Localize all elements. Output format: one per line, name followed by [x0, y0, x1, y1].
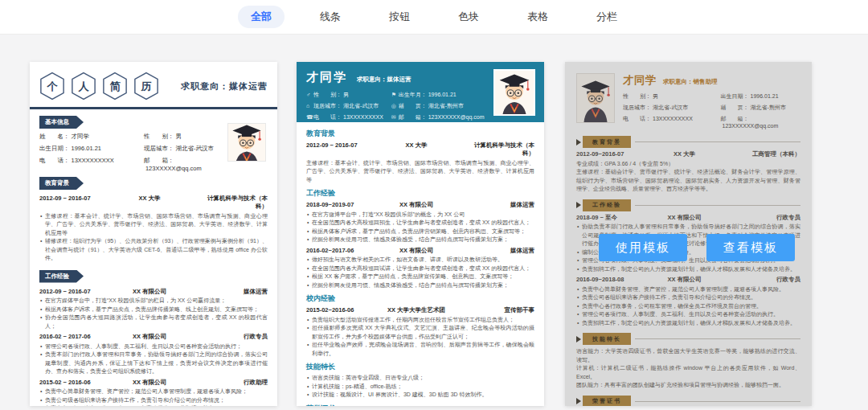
field-label: 现居城市：: [144, 145, 174, 152]
section-title-ribbon: 教育背景: [39, 177, 84, 190]
field-label: 邮 箱：: [144, 157, 174, 164]
entry-role: 计算机科学与技术（本科）: [197, 195, 268, 211]
bullet-item: 根据具体客户诉求，基于产品卖点，负责品牌传播策略、线上创意规划、文案撰写等；: [39, 305, 268, 314]
hexagon-badge: 个: [39, 72, 65, 100]
bullet-item: 挖掘分析网友使用习惯、情感及体验感受，结合产品特点与撰写传播策划方案；: [306, 281, 534, 290]
info-field: ☎电 话：13XXXXXXXXX: [306, 113, 391, 121]
experience-entry: 2012-09 ~ 2016-07XX 大学计算机科学与技术（本科）主修课程：基…: [306, 141, 534, 184]
resume-template-card-classic[interactable]: 个人简历求职意向：媒体运营基本信息姓 名：才同学性 别：男出生日期：1996.0…: [30, 62, 277, 406]
entry-header: 2012-09 ~ 2016-07XX 大学计算机科学与技术（本科）: [306, 141, 534, 158]
field-value: 湖北省-荆州市: [428, 103, 464, 109]
entry-header: 2012-09 ~ 2016-07XX 有限公司媒体运营: [39, 288, 268, 296]
bullet-item: 负责中心各行政事务、公司租车管理，负责确保公司工作环境及前台管理；: [39, 404, 268, 406]
resume-template-card-elegant[interactable]: 使用模板 查看模板 才同学求职意向：销售助理性 别：男出生日期：1996.01.…: [565, 62, 812, 406]
tab-tables[interactable]: 表格: [514, 6, 561, 28]
entry-date: 2016-02~2017-06: [306, 247, 369, 254]
field-label: 姓 名：: [39, 133, 70, 140]
info-field: 姓 名：才同学: [39, 133, 144, 141]
field-icon: ✉: [391, 114, 399, 121]
bullet-item: 负责组织大型活动宣传报道工作，任期内两次担任校音乐节宣传工作组总负责人；: [306, 316, 534, 325]
tab-all[interactable]: 全部: [238, 6, 285, 28]
entry-role: 媒体运营: [464, 201, 534, 209]
info-field: ✉邮 箱：123XXXXXX@qq.com: [391, 113, 485, 121]
job-objective: 求职意向：媒体运营: [181, 80, 268, 92]
info-field: ♂性 别：男: [306, 91, 391, 99]
entry-role: 媒体运营: [197, 288, 268, 296]
info-field: 出生日期：1996.01.21: [39, 145, 144, 153]
bullet-item: 根据具体客户诉求，基于产品特点，负责品牌营销策略、创意内容构思、文案撰写等；: [306, 228, 534, 236]
info-field: ⚑出生年月：1996.01.21: [391, 91, 485, 99]
svg-text:历: 历: [140, 80, 151, 92]
field-label: 现居城市：: [313, 103, 342, 109]
field-label: 邮 箱：: [399, 114, 427, 120]
bullet-item: 在官方微博平台中，打造“XX 校园俱乐部”的概念，为 XX 公司: [306, 211, 534, 219]
bullet-item: 在全国范围内各大高校巡回试讲，让学生由参与者变成创造者，变成 XX 的校园代言人…: [306, 264, 534, 273]
entry-date: 2012-09 ~ 2016-07: [306, 141, 369, 149]
bullet-item: 设计技能：视频设计、UI 界面设计、3D 建模、3D 贴图 3D 特效制作。: [306, 391, 534, 400]
field-value: 13XXXXXXXXX: [72, 157, 114, 164]
entry-date: 2012-09 ~ 2016-07: [39, 195, 102, 202]
resume-header: 才同学求职意向：媒体运营♂性 别：男⚑出生年月：1996.01.21⌂现居城市：…: [297, 62, 544, 122]
header-divider: [30, 107, 277, 109]
tab-buttons[interactable]: 按钮: [376, 6, 423, 28]
field-value: 1996.01.21: [428, 92, 457, 97]
bullet-item: 担任摄影师多次完成 XX 大学典礼仪式、文艺汇演、主题讲座、纪念晚会等校内活动的…: [306, 324, 534, 341]
tab-columns[interactable]: 分栏: [583, 6, 630, 28]
field-value: 湖北省-武汉市: [343, 103, 379, 109]
tab-lines[interactable]: 线条: [307, 6, 354, 28]
info-field: 性 别：男: [144, 133, 223, 141]
field-value: 才同学: [72, 133, 90, 140]
field-value: 123XXXXXX@qq.com: [428, 114, 485, 120]
entry-role: 宣传部干事: [464, 306, 534, 314]
section-title: 荣誉证书: [306, 404, 534, 407]
resume-body: 教育背景2012-09 ~ 2016-07XX 大学计算机科学与技术（本科）主修…: [297, 122, 544, 406]
info-field: ⌂现居城市：湖北省-武汉市: [306, 102, 391, 110]
resume-body: 基本信息姓 名：才同学性 别：男出生日期：1996.01.21现居城市：湖北省-…: [39, 111, 268, 406]
field-value: 男: [175, 133, 182, 140]
info-field: 电 话：13XXXXXXXXX: [39, 157, 144, 172]
experience-entry: 2016-02~2017-06XX 有限公司媒体运营做好招生与语文教学相关的工作…: [306, 247, 534, 290]
resume-template-card-teal[interactable]: 才同学求职意向：媒体运营♂性 别：男⚑出生年月：1996.01.21⌂现居城市：…: [297, 62, 544, 406]
tab-color-blocks[interactable]: 色块: [445, 6, 492, 28]
category-tab-bar: 全部 线条 按钮 色块 表格 分栏: [0, 0, 868, 35]
entry-date: 2018-09~2019-07: [306, 201, 369, 208]
section-title: 校内经验: [306, 293, 534, 304]
entry-organization: XX 有限公司: [102, 379, 197, 387]
bullet-item: 做好招生与语文教学相关的工作，如语文备课、讲课、听课以及教研活动等。: [306, 256, 534, 264]
svg-text:个: 个: [46, 80, 58, 92]
experience-entry: 2012-09 ~ 2016-07XX 大学计算机科学与技术（本科）主修课程：基…: [39, 195, 268, 263]
field-label: 出生日期：: [39, 145, 70, 152]
candidate-name: 才同学: [306, 70, 347, 84]
section-title-ribbon: 基本信息: [39, 116, 84, 129]
entry-role: 计算机科学与技术（本科）: [464, 141, 534, 158]
entry-header: 2015-02~2016-06XX 大学大学生艺术团宣传部干事: [306, 306, 534, 314]
svg-text:人: 人: [77, 80, 89, 92]
entry-header: 2018-09~2019-07XX 有限公司媒体运营: [306, 201, 534, 209]
bullet-item: 语言类技能：英语专业四级、日语专业八级；: [306, 374, 534, 383]
field-icon: ◎: [391, 103, 399, 109]
hexagon-badge: 历: [133, 72, 159, 100]
bullet-item: 负责公司级各组织来访客户接待工作，负责引导和介绍公司的分布情况；: [39, 396, 268, 405]
bullet-item: 担任毕业晚会声效师，完成晚会现场调音、音响控制、后期声音剪辑等工作，确保晚会顺利…: [306, 341, 534, 358]
job-objective: 求职意向：媒体运营: [357, 76, 411, 83]
bullet-item: 协办全国范围内各大巡回路演活动，让学生由参与者变成创造者，变成 XX 的校园代言…: [39, 314, 268, 330]
field-value: 13XXXXXXXXX: [343, 114, 383, 120]
hexagon-badge: 简: [102, 72, 128, 100]
resume-header: 个人简历求职意向：媒体运营: [39, 70, 268, 102]
field-label: 电 话：: [313, 114, 342, 120]
bullet-item: 负责本部门的行政人事管理和日常事务，协助领导搞好各部门之间的综合协调，落实公司规…: [39, 351, 268, 376]
field-label: 性 别：: [313, 92, 342, 97]
title-badges: 个人简历: [39, 72, 159, 100]
entry-organization: XX 有限公司: [102, 333, 197, 341]
bullet-item: 负责中心简单财务管理、资产管控；规范公司人事管理制度，规避各项人事风险；: [39, 387, 268, 396]
field-icon: ⚑: [391, 92, 399, 98]
entry-header: 2016-02 ~ 2017-06XX 有限公司行政专员: [39, 333, 268, 341]
info-field: 邮 箱：123XXXXX@qq.com: [144, 157, 223, 172]
entry-date: 2012-09 ~ 2016-07: [39, 288, 102, 295]
section-title: 教育背景: [306, 129, 534, 139]
entry-organization: XX 有限公司: [369, 247, 464, 255]
entry-role: 媒体运营: [464, 247, 534, 255]
view-template-button[interactable]: 查看模板: [706, 234, 795, 261]
bullet-item: 挖掘分析网友使用习惯、情感及体验感受，结合产品特点撰写与传播策划方案；: [306, 236, 534, 244]
use-template-button[interactable]: 使用模板: [599, 234, 687, 261]
